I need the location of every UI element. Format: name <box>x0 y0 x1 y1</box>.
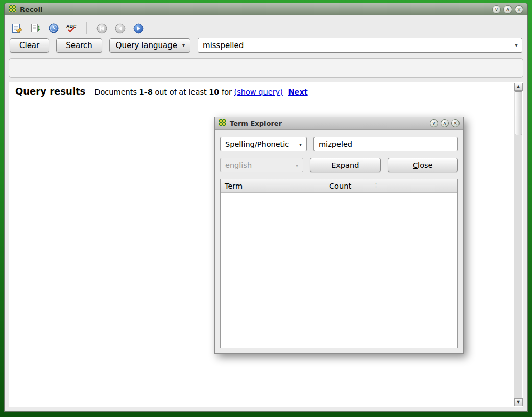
column-header-count[interactable]: Count <box>325 179 372 192</box>
term-explorer-title: Term Explorer <box>230 120 282 127</box>
language-dropdown: english ▾ <box>220 158 303 172</box>
recoll-app-icon <box>9 5 16 14</box>
chevron-down-icon: ▾ <box>182 42 185 48</box>
term-results-table: Term Count ⋮ <box>220 179 458 348</box>
search-entry-combo: ▾ <box>198 38 522 53</box>
svg-text:ABC: ABC <box>66 24 77 29</box>
menubar <box>5 15 527 19</box>
expansion-mode-value: Spelling/Phonetic <box>225 140 289 148</box>
recoll-app-icon <box>219 119 226 128</box>
clear-search-icon[interactable] <box>10 21 24 35</box>
clear-button[interactable]: Clear <box>10 38 49 53</box>
close-accelerator: C <box>413 161 418 169</box>
search-button[interactable]: Search <box>56 38 102 53</box>
search-history-chevron-icon[interactable]: ▾ <box>511 42 522 48</box>
query-history-icon[interactable] <box>46 21 61 35</box>
query-language-dropdown[interactable]: Query language ▾ <box>109 38 190 53</box>
expansion-mode-dropdown[interactable]: Spelling/Phonetic ▾ <box>220 137 307 151</box>
term-explorer-titlebar[interactable]: Term Explorer ∨ ∧ × <box>215 117 463 130</box>
close-window-button[interactable]: × <box>515 5 523 14</box>
expand-button[interactable]: Expand <box>310 158 381 172</box>
main-titlebar[interactable]: Recoll ∨ ∧ × <box>4 3 528 15</box>
query-language-label: Query language <box>116 41 177 50</box>
results-title: Query results <box>15 86 85 97</box>
summary-total: 10 <box>209 88 219 96</box>
term-explorer-body: Spelling/Phonetic ▾ english ▾ Expand Clo… <box>215 130 463 353</box>
save-query-icon[interactable] <box>28 21 42 35</box>
scroll-down-button[interactable]: ▼ <box>514 398 523 406</box>
dialog-close-button[interactable]: × <box>451 119 460 127</box>
column-header-term[interactable]: Term <box>221 179 325 192</box>
results-scrollbar[interactable]: ▲ ▼ <box>514 83 522 406</box>
results-summary: Documents 1-8 out of at least 10 for (sh… <box>94 88 307 96</box>
toolbar-separator <box>86 22 87 34</box>
toolbar: ABC <box>5 19 527 37</box>
show-query-link[interactable]: (show query) <box>234 88 283 96</box>
window-controls: ∨ ∧ × <box>492 5 523 14</box>
summary-of-label: out of at least <box>155 88 206 96</box>
scrollbar-thumb[interactable] <box>515 91 522 135</box>
term-explorer-icon[interactable]: ABC <box>65 21 79 35</box>
chevron-down-icon: ▾ <box>296 163 298 168</box>
maximize-button[interactable]: ∧ <box>503 5 512 14</box>
previous-page-icon <box>113 21 127 35</box>
term-actions-row: english ▾ Expand Close <box>220 158 458 172</box>
shade-button[interactable]: ∨ <box>492 5 501 14</box>
term-input[interactable] <box>313 137 458 151</box>
term-table-header: Term Count ⋮ <box>221 179 457 193</box>
language-value: english <box>225 161 252 169</box>
next-page-link[interactable]: Next <box>288 88 307 96</box>
summary-for-label: for <box>222 88 232 96</box>
summary-range: 1-8 <box>139 88 153 96</box>
scroll-up-button[interactable]: ▲ <box>514 83 523 91</box>
close-dialog-button[interactable]: Close <box>388 158 458 172</box>
term-explorer-dialog: Term Explorer ∨ ∧ × Spelling/Phonetic ▾ … <box>214 117 464 354</box>
first-page-icon <box>94 21 109 35</box>
dialog-window-controls: ∨ ∧ × <box>430 119 460 127</box>
dialog-maximize-button[interactable]: ∧ <box>441 119 449 127</box>
close-label-rest: lose <box>418 161 432 169</box>
chevron-down-icon: ▾ <box>299 142 302 147</box>
category-filter-bar <box>9 58 523 78</box>
search-row: Clear Search Query language ▾ ▾ <box>5 37 527 57</box>
results-header: Query results Documents 1-8 out of at le… <box>15 86 511 97</box>
dialog-shade-button[interactable]: ∨ <box>430 119 438 127</box>
next-page-icon[interactable] <box>131 21 146 35</box>
term-input-row: Spelling/Phonetic ▾ <box>220 137 458 151</box>
summary-docs-label: Documents <box>94 88 137 96</box>
search-input[interactable] <box>198 41 511 50</box>
header-grip-icon: ⋮ <box>373 179 379 192</box>
window-title: Recoll <box>20 6 42 13</box>
